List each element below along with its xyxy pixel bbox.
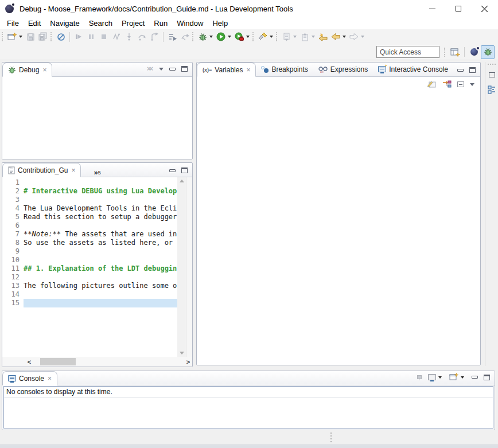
tab-debug[interactable]: Debug ×	[2, 63, 52, 77]
remove-all-terminated-button[interactable]: ××	[147, 65, 153, 73]
minimize-window-button[interactable]	[419, 0, 445, 17]
debug-dropdown[interactable]	[209, 36, 213, 38]
tab-expressions[interactable]: x= Expressions	[313, 62, 373, 76]
show-type-names-button[interactable]	[427, 80, 437, 88]
terminate-button[interactable]	[98, 30, 110, 43]
back-dropdown[interactable]	[343, 36, 346, 38]
toolbar-grip[interactable]	[192, 32, 194, 41]
save-all-button[interactable]	[37, 30, 49, 43]
menu-help[interactable]: Help	[208, 18, 232, 29]
hscroll-track[interactable]	[33, 358, 184, 365]
scroll-right-icon[interactable]: >	[184, 359, 192, 365]
tab-close-icon[interactable]: ×	[71, 167, 75, 174]
suspend-button[interactable]	[85, 30, 98, 43]
debug-perspective-button[interactable]	[481, 45, 495, 59]
rail-grip[interactable]	[488, 64, 496, 65]
open-perspective-button[interactable]	[448, 45, 462, 59]
variables-icon: (x)=	[203, 67, 212, 73]
view-menu-icon[interactable]	[159, 68, 164, 71]
tab-breakpoints[interactable]: Breakpoints	[256, 62, 313, 76]
debug-button[interactable]	[196, 30, 209, 43]
new-wizard-dropdown[interactable]	[19, 36, 22, 38]
search-button[interactable]	[256, 30, 269, 43]
maximize-view-icon[interactable]	[484, 375, 490, 380]
toolbar-grip[interactable]	[50, 32, 52, 41]
back-button[interactable]	[329, 30, 342, 43]
tab-close-icon[interactable]: ×	[48, 375, 52, 382]
resume-button[interactable]	[72, 30, 85, 43]
close-window-button[interactable]	[472, 0, 498, 17]
toolbar-grip[interactable]	[2, 32, 3, 41]
status-drag-handle[interactable]	[330, 433, 332, 442]
menu-file[interactable]: File	[2, 18, 24, 29]
step-into-button[interactable]	[123, 30, 135, 43]
editor-tab-overflow[interactable]: » 5	[81, 166, 100, 177]
toolbar-grip[interactable]	[444, 48, 446, 57]
console-body[interactable]: No consoles to display at this time.	[3, 386, 493, 428]
overview-ruler	[186, 177, 192, 357]
editor-body[interactable]: 12 34 56 78 910 1112 1314 15 # Interacti…	[2, 177, 192, 357]
minimize-view-icon[interactable]	[169, 169, 176, 172]
last-edit-location-button[interactable]	[317, 30, 329, 43]
tab-close-icon[interactable]: ×	[42, 67, 46, 73]
external-tools-button[interactable]	[233, 30, 246, 43]
collapse-all-icon[interactable]	[457, 81, 464, 87]
quick-access-input[interactable]: Quick Access	[376, 46, 439, 58]
previous-annotation-button[interactable]	[298, 30, 311, 43]
disconnect-button[interactable]	[110, 30, 123, 43]
editor-text-area[interactable]: # Interactive DEBUG using Lua Develop Th…	[24, 177, 177, 357]
minimize-view-icon[interactable]	[169, 68, 176, 71]
editor-vertical-scrollbar[interactable]	[177, 177, 186, 357]
hscroll-thumb[interactable]	[40, 358, 76, 365]
scroll-up-icon[interactable]	[180, 180, 184, 182]
tab-editor-contribution-guide[interactable]: Contribution_Gu ×	[2, 163, 81, 177]
scroll-left-icon[interactable]: <	[25, 359, 33, 365]
pin-console-icon[interactable]	[417, 375, 422, 380]
next-annotation-button[interactable]	[280, 30, 293, 43]
toolbar-grip[interactable]	[252, 32, 254, 41]
lua-perspective-button[interactable]	[467, 45, 481, 59]
menu-navigate[interactable]: Navigate	[45, 18, 84, 29]
forward-dropdown[interactable]	[361, 36, 364, 38]
minimize-view-icon[interactable]	[472, 376, 478, 379]
open-console-button[interactable]	[449, 373, 466, 381]
display-console-dropdown[interactable]	[438, 376, 442, 379]
run-dropdown[interactable]	[228, 36, 231, 38]
minimize-view-icon[interactable]	[457, 69, 464, 72]
previous-annotation-dropdown[interactable]	[312, 36, 315, 38]
forward-button[interactable]	[348, 30, 360, 43]
menu-project[interactable]: Project	[117, 18, 149, 29]
tab-console[interactable]: Console ×	[2, 371, 57, 385]
open-console-dropdown[interactable]	[461, 376, 464, 379]
maximize-view-icon[interactable]	[181, 167, 188, 173]
save-button[interactable]	[24, 30, 37, 43]
external-tools-dropdown[interactable]	[246, 36, 250, 38]
scroll-down-icon[interactable]	[180, 352, 184, 354]
step-return-button[interactable]	[148, 30, 161, 43]
run-button[interactable]	[215, 30, 227, 43]
search-dropdown[interactable]	[270, 36, 273, 38]
view-menu-icon[interactable]	[470, 83, 474, 86]
step-over-button[interactable]	[135, 30, 148, 43]
drop-to-frame-button[interactable]	[178, 30, 191, 43]
menu-window[interactable]: Window	[172, 18, 208, 29]
tab-variables[interactable]: (x)= Variables ×	[197, 63, 256, 77]
maximize-view-icon[interactable]	[181, 66, 188, 72]
display-selected-console-button[interactable]	[428, 374, 443, 380]
show-logical-structure-button[interactable]	[442, 80, 452, 88]
toolbar-grip[interactable]	[276, 32, 278, 41]
skip-all-breakpoints-button[interactable]	[55, 30, 67, 43]
menu-run[interactable]: Run	[149, 18, 172, 29]
outline-view-button[interactable]	[486, 84, 497, 96]
maximize-window-button[interactable]	[445, 0, 472, 17]
maximize-view-icon[interactable]	[469, 67, 476, 73]
tab-interactive-console[interactable]: Interactive Console	[373, 62, 453, 76]
use-step-filters-button[interactable]	[166, 30, 178, 43]
menu-search[interactable]: Search	[84, 18, 117, 29]
tab-close-icon[interactable]: ×	[246, 67, 250, 73]
new-wizard-button[interactable]	[6, 30, 18, 43]
menu-edit[interactable]: Edit	[24, 18, 45, 29]
next-annotation-dropdown[interactable]	[293, 36, 297, 38]
editor-horizontal-scrollbar[interactable]: < >	[2, 357, 192, 367]
restore-view-button[interactable]	[486, 69, 497, 80]
